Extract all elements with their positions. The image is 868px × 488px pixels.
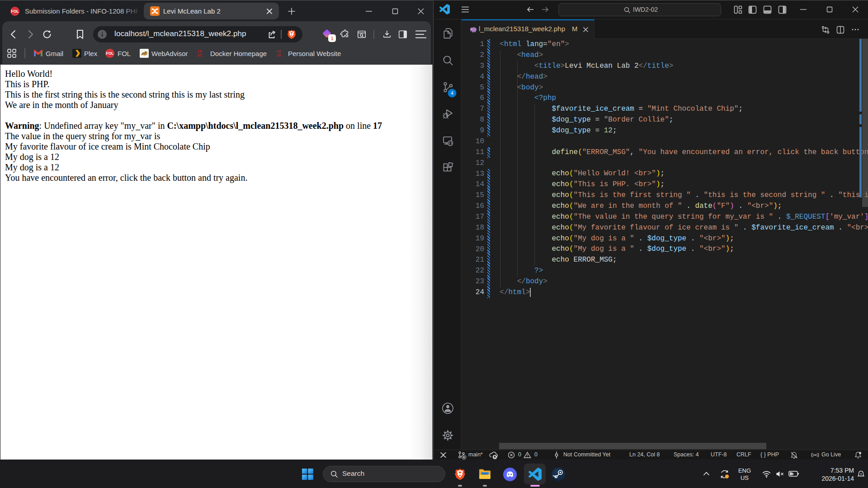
svg-text:FOL: FOL [106,51,114,56]
svg-text:4: 4 [451,90,453,96]
svg-text:z: z [860,472,862,475]
svg-text:1: 1 [330,36,333,41]
svg-text:FOL: FOL [11,9,19,14]
